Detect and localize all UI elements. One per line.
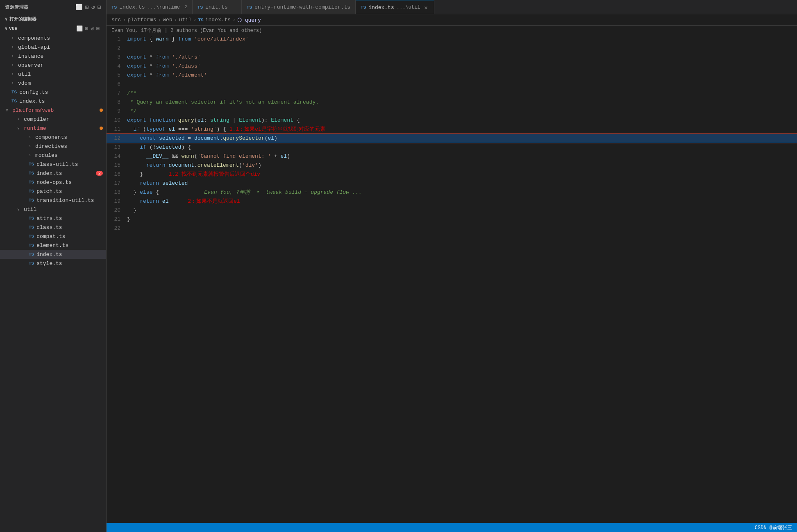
breadcrumb-platforms[interactable]: platforms — [127, 17, 156, 23]
code-line-17: 17 return selected — [107, 179, 797, 188]
tree-item-util[interactable]: › util — [0, 70, 106, 79]
tree-item-util-sub[interactable]: ∨ util — [0, 205, 106, 214]
code-line-11: 11 if (typeof el === 'string') { 1.1：如果e… — [107, 125, 797, 134]
code-line-20: 20 } — [107, 206, 797, 215]
tree-item-compiler[interactable]: › compiler — [0, 115, 106, 124]
tree-item-modules[interactable]: › modules — [0, 151, 106, 160]
collapse-btn[interactable]: ⊟ — [96, 25, 100, 32]
code-line-12: 12 const selected = document.querySelect… — [107, 134, 797, 143]
tab-entry-runtime-with-compiler[interactable]: TS entry-runtime-with-compiler.ts — [242, 0, 356, 14]
tab-index-ts-runtime[interactable]: TS index.ts ...\runtime 2 — [107, 0, 193, 14]
tab-init-ts[interactable]: TS init.ts — [193, 0, 242, 14]
tree-item-global-api[interactable]: › global-api — [0, 43, 106, 52]
new-file-icon[interactable]: ⬜ — [75, 4, 83, 11]
vue-section-arrow: ∨ — [5, 26, 7, 31]
code-line-8: 8 * Query an element selector if it's no… — [107, 98, 797, 107]
git-info-bar: Evan You, 17个月前 | 2 authors (Evan You an… — [107, 26, 797, 35]
tree-item-class-util-ts[interactable]: TS class-util.ts — [0, 160, 106, 169]
breadcrumb-util[interactable]: util — [179, 17, 191, 23]
breadcrumb-web[interactable]: web — [163, 17, 172, 23]
tree-item-class-ts[interactable]: TS class.ts — [0, 223, 106, 232]
code-line-16: 16 } 1.2 找不到元素就报警告后返回个div — [107, 170, 797, 179]
code-line-18: 18 } else { Evan You, 7年前 • tweak build … — [107, 188, 797, 197]
platforms-modified-dot — [100, 109, 103, 112]
code-line-22: 22 — [107, 224, 797, 233]
attribution: CSDN @前端张三 — [755, 524, 792, 531]
code-line-15: 15 return document.createElement('div') — [107, 161, 797, 170]
code-line-2: 2 — [107, 44, 797, 53]
tree-item-instance[interactable]: › instance — [0, 52, 106, 61]
tree-item-components[interactable]: › components — [0, 34, 106, 43]
tree-item-node-ops-ts[interactable]: TS node-ops.ts — [0, 178, 106, 187]
tree-item-index-ts-util[interactable]: TS index.ts — [0, 250, 106, 259]
open-editors-arrow: ∨ — [5, 16, 8, 22]
index-ts-badge: 2 — [96, 171, 103, 176]
code-line-3: 3 export * from './attrs' — [107, 53, 797, 62]
code-line-1: 1 import { warn } from 'core/util/index' — [107, 35, 797, 44]
tree-item-compat-ts[interactable]: TS compat.ts — [0, 232, 106, 241]
code-line-13: 13 if (!selected) { — [107, 143, 797, 152]
tab-close-btn[interactable]: ✕ — [422, 4, 429, 11]
sidebar: 资源管理器 ⬜ ⊞ ↺ ⊟ ∨ 打开的编辑器 ∨ VUE ⬜ ⊞ ↺ ⊟ › c… — [0, 0, 107, 532]
tree-item-element-ts[interactable]: TS element.ts — [0, 241, 106, 250]
tab-index-ts-util[interactable]: TS index.ts ...\util ✕ — [356, 0, 434, 14]
code-line-5: 5 export * from './element' — [107, 71, 797, 80]
tree-item-index-ts-root[interactable]: TS index.ts — [0, 97, 106, 106]
main-editor: TS index.ts ...\runtime 2 TS init.ts TS … — [107, 0, 797, 532]
code-line-21: 21 } — [107, 215, 797, 224]
sidebar-header-icons: ⬜ ⊞ ↺ ⊟ — [75, 4, 101, 11]
open-editors-label[interactable]: 打开的编辑器 — [9, 16, 36, 22]
vue-section-label: VUE — [9, 26, 17, 31]
tree-item-index-ts-runtime[interactable]: TS index.ts 2 — [0, 169, 106, 178]
tree-item-patch-ts[interactable]: TS patch.ts — [0, 187, 106, 196]
code-line-9: 9 */ — [107, 107, 797, 116]
open-editors-section: ∨ 打开的编辑器 — [0, 14, 106, 24]
sidebar-header: 资源管理器 ⬜ ⊞ ↺ ⊟ — [0, 0, 106, 14]
refresh-icon[interactable]: ↺ — [91, 4, 95, 11]
vue-section-title[interactable]: ∨ VUE ⬜ ⊞ ↺ ⊟ — [0, 24, 106, 34]
tree-item-attrs-ts[interactable]: TS attrs.ts — [0, 214, 106, 223]
tree-item-config-ts[interactable]: TS config.ts — [0, 88, 106, 97]
code-line-4: 4 export * from './class' — [107, 62, 797, 71]
breadcrumb-query[interactable]: ⬡ query — [237, 17, 261, 23]
git-info-text: Evan You, 17个月前 | 2 authors (Evan You an… — [111, 27, 262, 34]
code-line-10: 10 export function query(el: string | El… — [107, 116, 797, 125]
sidebar-title: 资源管理器 — [5, 4, 29, 10]
tree-item-transition-util-ts[interactable]: TS transition-util.ts — [0, 196, 106, 205]
code-line-6: 6 — [107, 80, 797, 89]
new-folder-icon[interactable]: ⊞ — [85, 4, 89, 11]
tab-bar: TS index.ts ...\runtime 2 TS init.ts TS … — [107, 0, 797, 14]
new-file-btn[interactable]: ⬜ — [76, 25, 83, 32]
tree-item-directives[interactable]: › directives — [0, 142, 106, 151]
tree-item-observer[interactable]: › observer — [0, 61, 106, 70]
tree-item-runtime-components[interactable]: › components — [0, 133, 106, 142]
code-line-7: 7 /** — [107, 89, 797, 98]
tree-item-vdom[interactable]: › vdom — [0, 79, 106, 88]
breadcrumb-index-ts[interactable]: index.ts — [205, 17, 231, 23]
runtime-modified-dot — [100, 127, 103, 130]
breadcrumb: src › platforms › web › util › TS index.… — [107, 14, 797, 26]
tree-item-style-ts[interactable]: TS style.ts — [0, 259, 106, 268]
breadcrumb-src[interactable]: src — [111, 17, 121, 23]
tree-item-platforms-web[interactable]: ∨ platforms\web — [0, 106, 106, 115]
tree-item-runtime[interactable]: ∨ runtime — [0, 124, 106, 133]
bottom-bar: CSDN @前端张三 — [107, 523, 797, 532]
code-line-19: 19 return el 2：如果不是就返回el — [107, 197, 797, 206]
new-folder-btn[interactable]: ⊞ — [85, 25, 89, 32]
refresh-btn[interactable]: ↺ — [91, 25, 94, 32]
code-editor[interactable]: 1 import { warn } from 'core/util/index'… — [107, 35, 797, 523]
collapse-icon[interactable]: ⊟ — [98, 4, 101, 11]
code-line-14: 14 __DEV__ && warn('Cannot find element:… — [107, 152, 797, 161]
